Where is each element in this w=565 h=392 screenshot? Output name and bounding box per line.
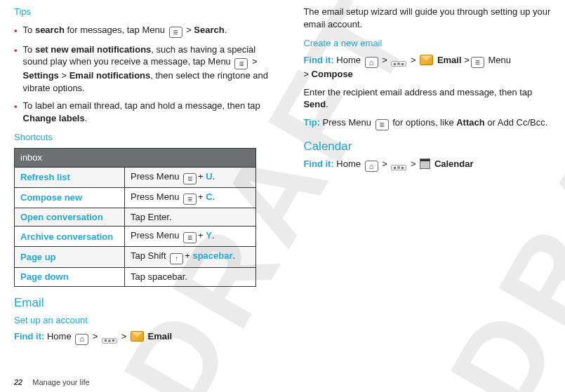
shortcuts-table: inbox Refresh listPress Menu + U.Compose…: [14, 148, 256, 287]
shortcut-action: Press Menu + C.: [125, 187, 256, 208]
tip-3: • To label an email thread, tap and hold…: [14, 100, 268, 124]
email-heading: Email: [14, 295, 268, 311]
apps-icon: [391, 61, 406, 67]
t: or Add Cc/Bcc.: [485, 117, 548, 128]
t: Search: [194, 25, 224, 35]
menu-icon: [183, 173, 197, 184]
t: for messages, tap Menu: [65, 25, 168, 35]
t: Home: [334, 158, 364, 169]
t: Enter the recipient email address and me…: [303, 87, 532, 97]
shortcut-action: Tap Enter.: [125, 208, 256, 227]
shortcut-label: Page up: [15, 247, 125, 268]
shortcut-action: Tap spacebar.: [125, 268, 256, 287]
t: >: [119, 331, 129, 342]
t: for options, like: [390, 117, 457, 128]
t: >: [59, 70, 69, 81]
t: search: [35, 25, 65, 35]
table-row: Page downTap spacebar.: [15, 268, 256, 287]
shortcut-action: Press Menu + U.: [125, 167, 256, 187]
email-icon: [131, 331, 144, 342]
email-subheading: Set up an account: [14, 314, 268, 327]
right-column: The email setup wizard will guide you th…: [303, 6, 551, 345]
tip-1: • To search for messages, tap Menu > Sea…: [14, 24, 268, 38]
home-icon: [75, 334, 88, 345]
calendar-heading: Calendar: [303, 139, 551, 155]
bullet-dot: •: [14, 25, 18, 38]
shortcut-label: Page down: [15, 268, 125, 287]
menu-icon: [471, 57, 484, 68]
find-it-email: Find it: Home > > Email: [14, 330, 268, 344]
table-row: Page upTap Shift + spacebar.: [15, 247, 256, 268]
t: >: [249, 56, 257, 67]
t: .: [225, 25, 227, 35]
t: >: [408, 55, 418, 65]
tip-attach: Tip: Press Menu for options, like Attach…: [303, 116, 551, 130]
shortcuts-heading: Shortcuts: [14, 131, 268, 144]
enter-recipient-text: Enter the recipient email address and me…: [303, 86, 551, 111]
section-name: Manage your life: [32, 378, 89, 386]
tip-2-text: To set new email notifications, such as …: [23, 43, 269, 95]
t: Attach: [456, 117, 484, 128]
bullet-dot: •: [14, 100, 18, 124]
menu-icon: [375, 119, 389, 130]
tip-label: Tip:: [303, 117, 320, 128]
shortcut-label: Archive conversation: [15, 227, 125, 247]
left-column: Tips • To search for messages, tap Menu …: [14, 6, 268, 345]
t: >: [408, 158, 418, 169]
tip-2: • To set new email notifications, such a…: [14, 43, 268, 95]
find-it-label: Find it:: [303, 158, 333, 169]
menu-icon: [183, 232, 197, 243]
bullet-dot: •: [14, 44, 18, 95]
t: Change labels: [23, 113, 85, 123]
t: >: [380, 158, 390, 169]
t: Compose: [312, 69, 353, 79]
home-icon: [365, 57, 378, 68]
shortcut-action: Press Menu + Y.: [125, 227, 256, 247]
t: Email: [434, 55, 464, 65]
t: .: [326, 99, 328, 109]
tips-heading: Tips: [14, 6, 268, 18]
t: set new email notifications: [35, 44, 151, 55]
shortcut-label: Compose new: [15, 187, 125, 208]
t: Menu: [486, 55, 511, 65]
apps-icon: [391, 165, 406, 170]
t: To: [23, 44, 35, 55]
table-row: Compose newPress Menu + C.: [15, 187, 256, 208]
email-icon: [420, 55, 433, 65]
shortcut-action: Tap Shift + spacebar.: [125, 247, 256, 268]
tip-1-text: To search for messages, tap Menu > Searc…: [23, 24, 227, 38]
create-email-heading: Create a new email: [303, 37, 551, 50]
table-row: Open conversationTap Enter.: [15, 208, 256, 227]
apps-icon: [102, 338, 117, 344]
t: .: [85, 113, 88, 123]
t: Home: [334, 55, 364, 65]
find-it-calendar: Find it: Home > > Calendar: [303, 158, 551, 172]
shortcut-label: Refresh list: [15, 167, 125, 187]
t: To: [23, 25, 35, 35]
t: >: [184, 25, 194, 35]
t: >: [90, 331, 100, 342]
find-it-label: Find it:: [303, 55, 333, 65]
menu-icon: [183, 194, 197, 205]
page-number: 22: [14, 378, 22, 386]
menu-icon: [234, 58, 248, 69]
page-footer: 22Manage your life: [14, 378, 90, 386]
t: Send: [303, 99, 326, 109]
table-row: Archive conversationPress Menu + Y.: [15, 227, 256, 247]
t: Press Menu: [320, 117, 374, 128]
wizard-intro: The email setup wizard will guide you th…: [303, 6, 551, 30]
t: Email: [145, 331, 172, 342]
menu-icon: [169, 27, 182, 38]
tip-3-text: To label an email thread, tap and hold a…: [23, 100, 269, 124]
t: >: [380, 55, 390, 65]
t: Email notifications: [69, 70, 151, 81]
t: Calendar: [432, 158, 473, 169]
table-row: Refresh listPress Menu + U.: [15, 167, 256, 187]
calendar-icon: [420, 158, 430, 169]
t: Settings: [23, 70, 59, 81]
find-it-create: Find it: Home > > Email > Menu > Compose: [303, 54, 551, 81]
home-icon: [365, 161, 378, 172]
t: Home: [44, 331, 74, 342]
shortcut-label: Open conversation: [15, 208, 125, 227]
shift-icon: [170, 253, 183, 264]
